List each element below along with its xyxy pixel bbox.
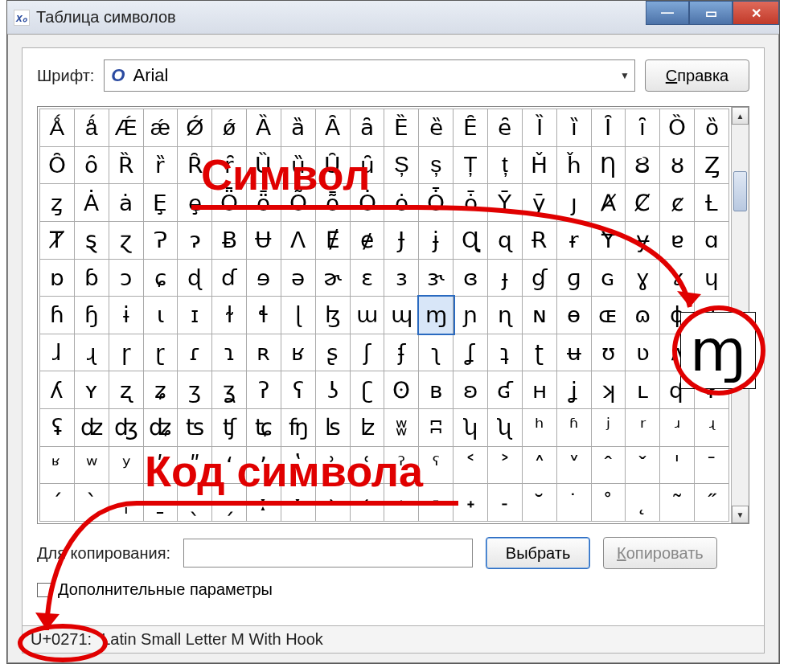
char-cell[interactable]: ɒ [40, 259, 75, 297]
char-cell[interactable]: Ȧ [74, 184, 109, 222]
char-cell[interactable]: ɠ [522, 259, 556, 297]
char-cell[interactable]: ʜ [522, 371, 556, 409]
char-cell[interactable]: ɳ [487, 297, 522, 334]
char-cell[interactable]: ɵ [556, 297, 591, 334]
char-cell[interactable]: ʶ [40, 446, 75, 484]
char-cell[interactable]: ɏ [626, 221, 660, 259]
char-cell[interactable]: ʿ [350, 446, 384, 484]
char-cell[interactable]: ɱ [419, 297, 454, 334]
char-cell[interactable]: Ǽ [109, 109, 143, 147]
char-cell[interactable]: ˓ [350, 484, 384, 522]
char-cell[interactable]: ɑ [695, 221, 729, 259]
char-cell[interactable]: ˜ [660, 484, 695, 522]
scroll-thumb[interactable] [733, 171, 747, 211]
char-cell[interactable]: ˊ [40, 484, 75, 522]
char-cell[interactable]: Ȃ [315, 109, 350, 147]
char-cell[interactable]: ȳ [522, 184, 556, 222]
char-cell[interactable]: Ȇ [454, 109, 488, 147]
char-cell[interactable]: Ȋ [591, 109, 626, 147]
char-cell[interactable]: ˎ [178, 484, 212, 522]
char-cell[interactable]: Ȼ [626, 184, 660, 222]
char-cell[interactable]: ʠ [660, 371, 695, 409]
char-cell[interactable]: ɸ [660, 297, 695, 334]
char-cell[interactable]: ȱ [454, 184, 488, 222]
char-cell[interactable]: ȇ [487, 109, 522, 147]
char-cell[interactable]: Ɋ [454, 221, 488, 259]
char-cell[interactable]: ȟ [556, 146, 591, 184]
close-button[interactable]: ✕ [733, 1, 779, 25]
char-cell[interactable]: Ȱ [419, 184, 454, 222]
char-cell[interactable]: ʅ [419, 334, 454, 371]
char-cell[interactable]: ʽ [281, 446, 315, 484]
char-cell[interactable]: ɧ [74, 297, 109, 334]
char-cell[interactable]: ɷ [626, 297, 660, 334]
char-cell[interactable]: ʩ [281, 409, 315, 447]
char-cell[interactable]: ʈ [522, 334, 556, 371]
char-cell[interactable]: ɯ [350, 297, 384, 334]
char-cell[interactable]: ɨ [109, 297, 143, 334]
char-cell[interactable]: ɲ [454, 297, 488, 334]
char-cell[interactable]: ȧ [109, 184, 143, 222]
char-cell[interactable]: ʦ [178, 409, 212, 447]
char-cell[interactable]: ˚ [591, 484, 626, 522]
char-cell[interactable]: ˏ [212, 484, 247, 522]
char-cell[interactable]: ȏ [74, 146, 109, 184]
char-cell[interactable]: ȑ [143, 146, 178, 184]
char-cell[interactable]: Ȑ [109, 146, 143, 184]
char-cell[interactable]: ȋ [626, 109, 660, 147]
char-cell[interactable]: ə [281, 259, 315, 297]
char-cell[interactable]: ʵ [695, 409, 729, 447]
char-cell[interactable]: ˛ [626, 484, 660, 522]
char-cell[interactable]: ɶ [591, 297, 626, 334]
char-cell[interactable]: ʊ [591, 334, 626, 371]
character-grid[interactable]: ǺǻǼǽǾǿȀȁȂȃȄȅȆȇȈȉȊȋȌȍȎȏȐȑȒȓȔȕȖȗȘșȚțȞȟȠȢȣȤ… [38, 107, 731, 523]
char-cell[interactable]: ȃ [350, 109, 384, 147]
char-cell[interactable]: ʥ [143, 409, 178, 447]
char-cell[interactable]: ɬ [247, 297, 281, 334]
char-cell[interactable]: Ƚ [695, 184, 729, 222]
char-cell[interactable]: ʟ [626, 371, 660, 409]
char-cell[interactable]: ʭ [419, 409, 454, 447]
char-cell[interactable]: Ǻ [40, 109, 75, 147]
char-cell[interactable]: ɢ [591, 259, 626, 297]
char-cell[interactable]: ǻ [74, 109, 109, 147]
char-cell[interactable]: ȼ [660, 184, 695, 222]
char-cell[interactable]: ɣ [626, 259, 660, 297]
scroll-up-icon[interactable]: ▲ [732, 107, 749, 125]
char-cell[interactable]: ʃ [350, 334, 384, 371]
char-cell[interactable]: ȫ [247, 184, 281, 222]
char-cell[interactable]: Ȭ [281, 184, 315, 222]
char-cell[interactable]: Ȍ [660, 109, 695, 147]
char-cell[interactable]: ʻ [212, 446, 247, 484]
char-cell[interactable]: ˑ [281, 484, 315, 522]
char-cell[interactable]: ˙ [556, 484, 591, 522]
char-cell[interactable]: Ǿ [178, 109, 212, 147]
char-cell[interactable]: Ƞ [591, 146, 626, 184]
char-cell[interactable]: ʙ [419, 371, 454, 409]
char-cell[interactable]: ɋ [487, 221, 522, 259]
char-cell[interactable]: ʆ [454, 334, 488, 371]
char-cell[interactable]: ʢ [40, 409, 75, 447]
char-cell[interactable]: ȓ [212, 146, 247, 184]
char-cell[interactable]: ʧ [212, 409, 247, 447]
char-cell[interactable]: ɍ [556, 221, 591, 259]
char-cell[interactable]: Ȓ [178, 146, 212, 184]
char-cell[interactable]: ɘ [247, 259, 281, 297]
char-cell[interactable]: Ȥ [695, 146, 729, 184]
char-cell[interactable]: Ƀ [212, 221, 247, 259]
char-cell[interactable]: ȯ [384, 184, 419, 222]
char-cell[interactable]: ɇ [350, 221, 384, 259]
char-cell[interactable]: ɝ [419, 259, 454, 297]
char-cell[interactable]: ʉ [556, 334, 591, 371]
char-cell[interactable]: ˕ [419, 484, 454, 522]
char-cell[interactable]: ǿ [212, 109, 247, 147]
minimize-button[interactable]: — [646, 1, 689, 25]
char-cell[interactable]: ʬ [384, 409, 419, 447]
char-cell[interactable]: ˇ [626, 446, 660, 484]
char-cell[interactable]: Ȕ [247, 146, 281, 184]
char-cell[interactable]: ȗ [350, 146, 384, 184]
char-cell[interactable]: ʷ [74, 446, 109, 484]
char-cell[interactable]: Ɉ [384, 221, 419, 259]
char-cell[interactable]: ʏ [74, 371, 109, 409]
char-cell[interactable]: ˄ [522, 446, 556, 484]
